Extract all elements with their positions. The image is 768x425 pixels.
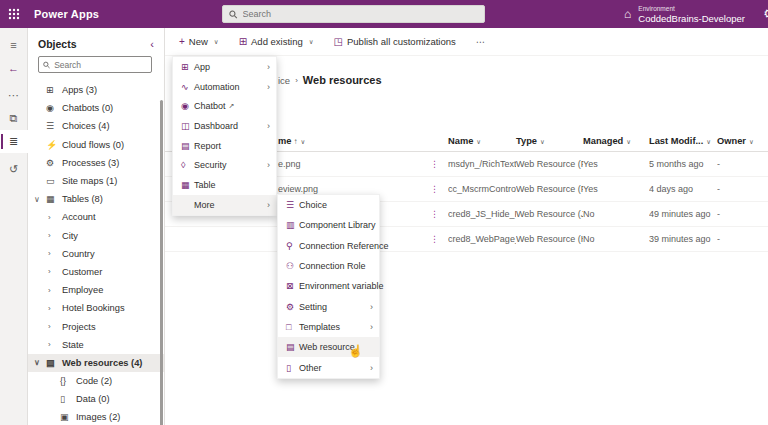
tree-item[interactable]: › City (28, 227, 164, 245)
new-menu-item[interactable]: ⊞ App ↗ (173, 57, 276, 77)
tree-item-label: Images (2) (76, 412, 120, 422)
new-menu-item[interactable]: ▤ Report ↗ (173, 136, 276, 156)
submenu-item[interactable]: ⚲ Connection Reference (278, 236, 379, 256)
gear-icon[interactable]: ⚙ (763, 6, 768, 21)
submenu-item[interactable]: ▯ Other (278, 357, 379, 377)
cell-managed: Yes (583, 184, 649, 194)
tree-view-icon[interactable]: ≣ (0, 130, 28, 153)
menu-item-label: Environment variable (299, 281, 384, 291)
search-icon (229, 10, 238, 19)
tree-item[interactable]: › State (28, 336, 164, 354)
row-kebab-menu-icon[interactable] (430, 159, 448, 169)
new-menu-item[interactable]: More ↗ (173, 195, 276, 215)
pages-icon[interactable]: ⧉ (0, 107, 28, 130)
new-button[interactable]: + New ∨ (179, 36, 219, 47)
chevron-down-icon (746, 136, 754, 146)
add-existing-button[interactable]: ⊞ Add existing ∨ (239, 36, 314, 47)
more-icon[interactable]: ⋯ (0, 84, 28, 107)
tree-item-label: Customer (62, 267, 102, 277)
chevron-right-icon: › (48, 304, 60, 313)
cell-owner: - (717, 234, 768, 244)
tree-item[interactable]: ▣ Images (2) (28, 408, 164, 425)
submenu-item[interactable]: □ Templates (278, 317, 379, 337)
scrollbar-thumb[interactable] (160, 100, 163, 425)
column-header-managed[interactable]: Managed (583, 136, 649, 146)
new-menu-item[interactable]: ∿ Automation ↗ (173, 77, 276, 97)
tree-item[interactable]: › Employee (28, 281, 164, 299)
tree-item[interactable]: › Country (28, 245, 164, 263)
chevron-right-icon: › (295, 76, 298, 85)
column-header-type[interactable]: Type (516, 136, 583, 146)
row-kebab-menu-icon[interactable] (430, 209, 448, 219)
tree-item[interactable]: › Account (28, 208, 164, 226)
row-kebab-menu-icon[interactable] (430, 234, 448, 244)
web-resource-icon: ▤ (286, 342, 299, 352)
new-menu-item[interactable]: ◊ Security ↗ (173, 155, 276, 175)
tree-item[interactable]: {} Code (2) (28, 372, 164, 390)
submenu-item[interactable]: ▤ Web resource (278, 337, 379, 357)
chevron-right-icon: › (48, 286, 60, 295)
breadcrumb-parent-fragment[interactable]: ice (278, 75, 290, 86)
submenu-item[interactable]: ☰ Choice (278, 195, 379, 215)
menu-item-label: Report (194, 141, 221, 151)
cell-type: Web Resource (H... (516, 234, 583, 244)
overflow-menu-button[interactable]: ⋯ (476, 36, 486, 47)
search-icon (43, 61, 50, 69)
submenu-item[interactable]: ⚙ Setting (278, 296, 379, 316)
column-header-last-modified[interactable]: Last Modif... (649, 136, 717, 146)
new-menu-item[interactable]: ▦ Table ↗ (173, 175, 276, 195)
menu-item-label: Setting (299, 302, 327, 312)
chevron-down-icon (537, 136, 545, 146)
environment-selector[interactable]: ⌂ Environment CoddedBrains-Developer (624, 0, 745, 28)
new-menu-item[interactable]: ◉ Chatbot ↗ (173, 96, 276, 116)
chevron-right-icon (267, 160, 270, 170)
hand-cursor-icon: ☝ (348, 344, 363, 358)
tree-item[interactable]: ⚡ Cloud flows (0) (28, 136, 164, 154)
column-header-name[interactable]: Name (448, 136, 516, 146)
new-menu-item[interactable]: ◫ Dashboard ↗ (173, 116, 276, 136)
collapse-panel-icon[interactable]: ‹ (150, 38, 154, 50)
tree-item[interactable]: › Projects (28, 317, 164, 335)
tree-item-label: Data (0) (76, 394, 110, 404)
submenu-item[interactable]: ⚇ Connection Role (278, 256, 379, 276)
back-icon[interactable]: ← (0, 56, 28, 79)
submenu-item[interactable]: ▥ Component Library (278, 215, 379, 235)
hamburger-icon[interactable]: ≡ (0, 33, 28, 56)
column-header-owner[interactable]: Owner (717, 136, 768, 146)
processes-icon: ⚙ (46, 158, 60, 168)
tree-item[interactable]: ◉ Chatbots (0) (28, 99, 164, 117)
tree-item-label: Projects (62, 322, 96, 332)
cell-managed: No (583, 234, 649, 244)
tree-item[interactable]: › Hotel Bookings (28, 299, 164, 317)
cell-last-modified: 39 minutes ago (649, 234, 717, 244)
row-kebab-menu-icon[interactable] (430, 184, 448, 194)
cell-type: Web Resource (P... (516, 159, 583, 169)
objects-panel: Objects ‹ ⊞ Apps (3) ◉ Chat (28, 28, 165, 425)
tree-item[interactable]: › Customer (28, 263, 164, 281)
table-row[interactable]: cred8_WebPage_... Web Resource (H... No … (165, 227, 768, 252)
tree-item[interactable]: ☰ Choices (4) (28, 117, 164, 135)
tree-item[interactable]: ⊞ Apps (3) (28, 81, 164, 99)
top-search-input[interactable] (243, 9, 478, 19)
page-title: Web resources (303, 74, 382, 86)
objects-search-input[interactable] (54, 60, 147, 70)
external-link-icon: ↗ (229, 102, 235, 110)
cell-name: cred8_WebPage_... (448, 234, 516, 244)
app-title[interactable]: Power Apps (34, 8, 99, 20)
submenu-item[interactable]: ⊠ Environment variable (278, 276, 379, 296)
tree-item[interactable]: ∨ ▤ Web resources (4) (28, 354, 164, 372)
waffle-icon[interactable] (0, 0, 28, 28)
cell-managed: Yes (583, 159, 649, 169)
chevron-right-icon (267, 82, 270, 92)
tree-item-label: Hotel Bookings (62, 303, 125, 313)
tree-item[interactable]: ∨ ▦ Tables (8) (28, 190, 164, 208)
tree-item[interactable]: ▭ Site maps (1) (28, 172, 164, 190)
choices-icon: ☰ (46, 121, 60, 131)
menu-item-label: Automation (194, 82, 240, 92)
publish-all-customizations-button[interactable]: ◳ Publish all customizations (334, 36, 456, 47)
tree-item[interactable]: ⚙ Processes (3) (28, 154, 164, 172)
top-search-box[interactable] (222, 5, 485, 23)
tree-item[interactable]: ▯ Data (0) (28, 390, 164, 408)
objects-search-box[interactable] (38, 56, 152, 73)
history-icon[interactable]: ↺ (0, 158, 28, 181)
